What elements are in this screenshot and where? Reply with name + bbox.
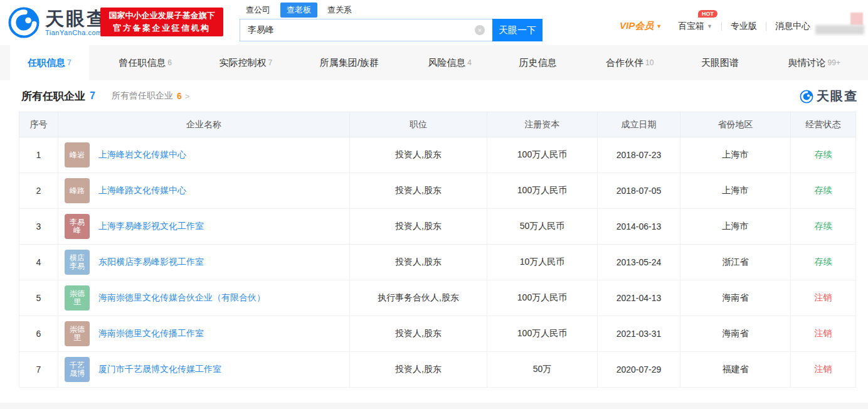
cell-date: 2018-07-05: [598, 173, 680, 209]
col-header-capital: 注册资本: [487, 112, 598, 137]
company-link[interactable]: 上海峰路文化传媒中心: [98, 185, 186, 196]
col-header-company: 企业名称: [58, 112, 350, 137]
pro-version-link[interactable]: 专业版: [731, 21, 757, 32]
cell-company: 峰岩 上海峰岩文化传媒中心: [58, 137, 350, 173]
company-link[interactable]: 海南崇德里文化传播工作室: [98, 328, 204, 339]
profile-tab-label: 合作伙伴: [606, 57, 643, 69]
company-avatar[interactable]: 峰岩: [65, 142, 90, 167]
profile-tab-label: 风险信息: [428, 57, 465, 69]
profile-tab[interactable]: 历史信息: [502, 45, 576, 80]
profile-tab-label: 实际控制权: [219, 57, 266, 69]
profile-tab[interactable]: 实际控制权 7: [201, 45, 290, 80]
tianyancha-logo-icon: [6, 5, 41, 40]
former-positions-link[interactable]: 所有曾任职企业 6 >: [112, 90, 189, 102]
cell-position: 投资人,股东: [350, 137, 487, 173]
company-link[interactable]: 厦门市千艺晟博文化传媒工作室: [98, 364, 221, 375]
search-input[interactable]: [240, 19, 492, 41]
cell-index: 1: [19, 137, 58, 173]
cell-status: 存续: [791, 245, 856, 280]
table-row: 4 横店李易 东阳横店李易峰影视工作室 投资人,股东 10万人民币 2013-0…: [19, 245, 856, 280]
section-title-count: 7: [90, 90, 95, 102]
chevron-down-icon: ▼: [707, 23, 712, 29]
gov-certification-badge: 国家中小企业发展子基金旗下 官方备案企业征信机构: [100, 8, 223, 36]
profile-tab[interactable]: 舆情讨论 99+: [771, 45, 858, 80]
cell-capital: 10万人民币: [487, 245, 598, 280]
cell-date: 2021-03-31: [598, 316, 680, 352]
profile-tab[interactable]: 曾任职信息 6: [101, 45, 189, 80]
profile-tab[interactable]: 风险信息 4: [410, 45, 489, 80]
search-button[interactable]: 天眼一下: [492, 19, 542, 41]
chevron-right-icon: >: [185, 92, 190, 101]
profile-tab[interactable]: 天眼图谱: [684, 45, 758, 80]
company-avatar[interactable]: 横店李易: [65, 250, 90, 275]
cell-position: 投资人,股东: [350, 245, 487, 280]
positions-table: 序号 企业名称 职位 注册资本 成立日期 省份地区 经营状态 1 峰岩 上海峰岩…: [19, 112, 856, 388]
message-center-link[interactable]: 消息中心: [775, 21, 810, 32]
company-avatar[interactable]: 崇德里: [65, 285, 90, 311]
profile-tab-label: 任职信息: [28, 57, 65, 69]
vip-member-link[interactable]: VIP会员 ▼: [620, 20, 662, 32]
company-avatar[interactable]: 千艺晟博: [65, 357, 90, 382]
chevron-down-icon: ▼: [656, 23, 662, 29]
profile-tab-label: 所属集团/族群: [320, 57, 379, 69]
status-text: 存续: [815, 185, 832, 195]
table-row: 7 千艺晟博 厦门市千艺晟博文化传媒工作室 投资人,股东 50万 2020-07…: [19, 352, 856, 388]
profile-tab[interactable]: 所属集团/族群: [302, 45, 398, 80]
tianyancha-logo[interactable]: 天眼查 TianYanCha.com: [6, 5, 107, 40]
cell-region: 上海市: [680, 137, 791, 173]
gov-badge-line1: 国家中小企业发展子基金旗下: [109, 9, 215, 22]
table-row: 1 峰岩 上海峰岩文化传媒中心 投资人,股东 100万人民币 2018-07-2…: [19, 137, 856, 173]
cell-index: 5: [19, 280, 58, 316]
profile-tab[interactable]: 任职信息 7: [10, 45, 89, 80]
logo-domain: TianYanCha.com: [45, 29, 107, 36]
cell-company: 峰路 上海峰路文化传媒中心: [58, 173, 350, 209]
vip-member-label: VIP会员: [620, 20, 654, 32]
cell-date: 2021-04-13: [598, 280, 680, 316]
cell-index: 7: [19, 352, 58, 388]
cell-region: 上海市: [680, 209, 791, 245]
table-row: 6 崇德里 海南崇德里文化传播工作室 投资人,股东 100万人民币 2021-0…: [19, 316, 856, 352]
search-tab[interactable]: 查公司: [240, 3, 277, 18]
cell-index: 6: [19, 316, 58, 352]
company-link[interactable]: 上海峰岩文化传媒中心: [98, 149, 186, 161]
cell-status: 注销: [791, 352, 856, 388]
former-positions-count: 6: [177, 91, 182, 101]
cell-date: 2014-06-13: [598, 209, 680, 245]
profile-tab[interactable]: 合作伙伴 10: [588, 45, 671, 80]
page-header: 天眼查 TianYanCha.com 国家中小企业发展子基金旗下 官方备案企业征…: [0, 0, 868, 45]
company-avatar[interactable]: 李易峰: [65, 214, 90, 239]
cell-status: 存续: [791, 137, 856, 173]
cell-date: 2020-07-29: [598, 352, 680, 388]
cell-status: 存续: [791, 209, 856, 245]
col-header-date: 成立日期: [598, 112, 680, 137]
col-header-region: 省份地区: [680, 112, 791, 137]
section-header: 所有任职企业 7 所有曾任职企业 6 > 天眼查: [0, 80, 868, 112]
profile-tab-count: 7: [67, 58, 71, 67]
profile-tab-label: 舆情讨论: [788, 57, 826, 69]
company-avatar[interactable]: 崇德里: [65, 321, 90, 346]
profile-tab-count: 7: [268, 58, 272, 67]
profile-tab-count: 6: [167, 58, 172, 67]
search-area: 查公司查老板查关系 × 天眼一下: [240, 3, 542, 41]
search-tab[interactable]: 查关系: [321, 3, 358, 18]
cell-position: 投资人,股东: [350, 173, 487, 209]
table-body: 1 峰岩 上海峰岩文化传媒中心 投资人,股东 100万人民币 2018-07-2…: [19, 137, 856, 388]
status-text: 注销: [815, 292, 832, 302]
clear-search-icon[interactable]: ×: [475, 25, 485, 35]
status-text: 存续: [815, 149, 832, 159]
cell-position: 执行事务合伙人,股东: [350, 280, 487, 316]
former-positions-label: 所有曾任职企业: [112, 90, 173, 102]
page-bottom-strip: [0, 403, 868, 409]
company-link[interactable]: 上海李易峰影视文化工作室: [98, 221, 204, 232]
cell-company: 横店李易 东阳横店李易峰影视工作室: [58, 245, 350, 280]
search-tab[interactable]: 查老板: [280, 3, 317, 18]
company-link[interactable]: 海南崇德里文化传媒合伙企业（有限合伙）: [98, 292, 265, 304]
company-avatar[interactable]: 峰路: [65, 178, 90, 203]
profile-tab-count: 99+: [828, 58, 840, 67]
hot-badge: HOT: [698, 10, 717, 18]
logo-title: 天眼查: [45, 9, 107, 29]
toolbox-link[interactable]: HOT 百宝箱 ▼: [678, 21, 712, 32]
company-link[interactable]: 东阳横店李易峰影视工作室: [98, 257, 204, 268]
col-header-status: 经营状态: [791, 112, 856, 137]
col-header-position: 职位: [350, 112, 487, 137]
